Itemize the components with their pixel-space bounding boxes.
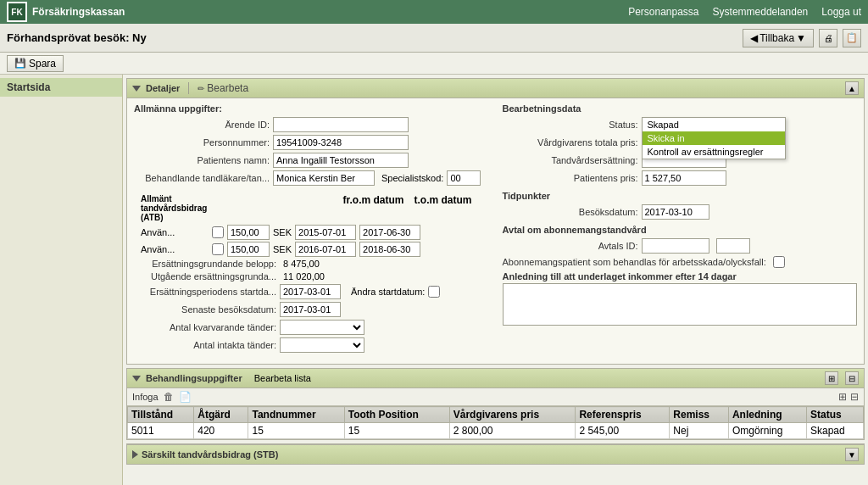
logga-ut-link[interactable]: Logga ut [821, 6, 861, 18]
behandlingsuppgifter-title: Behandlingsuppgifter [146, 373, 242, 383]
sidebar-item-startsida[interactable]: Startsida [0, 78, 122, 97]
specialistskod-label: Specialistskod: [381, 173, 443, 183]
ersgrundande-label: Ersättningsgrundande belopp: [141, 259, 276, 269]
section-collapse-btn[interactable]: ▲ [845, 81, 859, 95]
antal-kvar-row: Antal kvarvarande tänder: [141, 320, 482, 335]
avtals-id-extra[interactable] [716, 238, 750, 254]
atb-tom2[interactable] [359, 242, 420, 257]
personnummer-row: Personnummer: [134, 135, 489, 150]
personanpassa-link[interactable]: Personanpassa [628, 6, 698, 18]
collapse-icon [132, 86, 141, 92]
sidebar: Startsida [0, 75, 123, 485]
col-atgard: Åtgärd [194, 407, 248, 423]
tandvardsersattning-label: Tandvårdsersättning: [503, 155, 638, 165]
senaste-besok-input[interactable] [280, 302, 341, 317]
sidebar-startsida-label: Startsida [7, 81, 50, 93]
antal-intakta-label: Antal intakta tänder: [141, 340, 276, 350]
print-icon[interactable]: 🖨 [819, 29, 837, 47]
utgaende-label: Utgående ersättningsgrunda... [141, 271, 276, 282]
detaljer-panel: Detaljer ✏ Bearbeta ▲ Allmänna uppgifter… [126, 78, 865, 365]
infoga-label[interactable]: Infoga [132, 392, 159, 402]
atb-check2[interactable] [212, 243, 224, 255]
cell-referenspris: 2 545,00 [576, 423, 670, 439]
atb-anvan2: Använ... [141, 244, 209, 254]
arende-input[interactable] [273, 117, 409, 132]
stb-collapse-btn[interactable]: ▼ [845, 448, 859, 461]
stb-panel: Särskilt tandvårdsbidrag (STB) ▼ [126, 443, 865, 465]
andra-startdatum-label: Ändra startdatum: [351, 287, 425, 297]
status-option-skicka[interactable]: Skicka in [643, 131, 785, 145]
systemmeddelanden-link[interactable]: Systemmeddelanden [713, 6, 809, 18]
behandlande-row: Behandlande tandläkare/tan... Specialist… [134, 170, 489, 186]
avtal-title: Avtal om abonnemangstandvård [503, 225, 858, 235]
andra-startdatum-check[interactable] [428, 286, 440, 298]
avtals-id-input[interactable] [642, 238, 709, 254]
col-vardgivarens-pris: Vårdgivarens pris [449, 407, 576, 423]
col-tooth-position: Tooth Position [344, 407, 449, 423]
behandling-action-btn[interactable]: ⊟ [845, 371, 859, 385]
anledning-textarea[interactable] [503, 283, 858, 326]
atb-section: Allmänt tandvårdsbidrag (ATB) fr.o.m dat… [134, 191, 489, 359]
save-button[interactable]: 💾 Spara [7, 55, 64, 72]
atb-amount2[interactable] [227, 242, 270, 257]
patientens-pris-label: Patientens pris: [503, 173, 638, 183]
cell-status: Skapad [807, 423, 864, 439]
cell-atgard: 420 [194, 423, 248, 439]
abonnemang-check[interactable] [773, 256, 785, 268]
export-list-icon[interactable]: 📄 [179, 391, 192, 403]
detaljer-header[interactable]: Detaljer ✏ Bearbeta ▲ [127, 79, 864, 98]
list-right-icons: ⊞ ⊟ [838, 391, 859, 403]
export-icon[interactable]: 📋 [843, 29, 861, 47]
atb-currency1: SEK [273, 227, 292, 237]
copy-icon[interactable]: ⊞ [838, 391, 847, 403]
atb-spacer [229, 194, 303, 222]
table-row[interactable]: 5011 420 15 15 2 800,00 2 545,00 Nej Omg… [128, 423, 864, 439]
bearbetningsdata-title: Bearbetningsdata [503, 103, 858, 114]
table-header-row: Tillstånd Åtgärd Tandnummer Tooth Positi… [128, 407, 864, 423]
refresh-icon[interactable]: ⊟ [850, 391, 859, 403]
atb-from2[interactable] [295, 242, 356, 257]
list-toolbar: Infoga 🗑 📄 ⊞ ⊟ [127, 388, 864, 406]
besoksdatum-input[interactable] [642, 204, 709, 220]
patientens-pris-row: Patientens pris: [503, 170, 858, 186]
ersperiod-label: Ersättningsperiodens startda... [141, 287, 276, 297]
tillbaka-label: Tillbaka [760, 32, 794, 44]
atb-tom-header: t.o.m datum [415, 194, 482, 222]
patientens-namn-input[interactable] [273, 153, 409, 168]
patientens-namn-label: Patientens namn: [134, 155, 270, 165]
stb-header[interactable]: Särskilt tandvårdsbidrag (STB) ▼ [127, 444, 864, 464]
detaljer-content: Allmänna uppgifter: Ärende ID: Personnum… [127, 98, 864, 364]
form-left: Allmänna uppgifter: Ärende ID: Personnum… [134, 103, 489, 359]
bearbeta-link[interactable]: ✏ Bearbeta [198, 82, 248, 94]
col-tandnummer: Tandnummer [248, 407, 344, 423]
behandlingsuppgifter-header[interactable]: Behandlingsuppgifter Bearbeta lista ⊞ ⊟ [127, 369, 864, 388]
atb-from1[interactable] [295, 225, 356, 240]
atb-check1[interactable] [212, 226, 224, 238]
save-label: Spara [29, 58, 56, 70]
antal-kvar-select[interactable] [280, 320, 364, 335]
status-dropdown-container: Skapad Skicka in Kontroll av ersättnings… [642, 117, 786, 132]
status-option-skapad[interactable]: Skapad [643, 118, 785, 131]
personnummer-input[interactable] [273, 135, 409, 150]
patientens-pris-input[interactable] [642, 170, 726, 186]
status-label: Status: [503, 120, 638, 130]
bearbeta-lista-label[interactable]: Bearbeta lista [254, 373, 311, 383]
behandling-collapse-icon [132, 376, 141, 382]
atb-spacer2 [306, 194, 340, 222]
tillbaka-button[interactable]: ◀ Tillbaka ▼ [743, 29, 814, 47]
specialistskod-input[interactable] [447, 170, 481, 186]
atb-amount1[interactable] [227, 225, 270, 240]
behandlande-input[interactable] [273, 170, 375, 186]
divider [188, 82, 189, 94]
senaste-besok-row: Senaste besöksdatum: [141, 302, 482, 317]
main-layout: Startsida Detaljer ✏ Bearbeta ▲ Allmänna… [0, 75, 868, 485]
ersperiod-input[interactable] [280, 284, 341, 299]
form-right: Bearbetningsdata Status: Skapad Skicka i… [503, 103, 858, 359]
status-option-kontroll[interactable]: Kontroll av ersättningsregler [643, 145, 785, 159]
behandling-collapse-btn[interactable]: ⊞ [825, 371, 838, 385]
tillbaka-dropdown-icon[interactable]: ▼ [796, 32, 806, 44]
delete-icon[interactable]: 🗑 [164, 391, 174, 403]
anledning-section: Anledning till att underlaget inkommer e… [503, 271, 858, 328]
atb-tom1[interactable] [359, 225, 420, 240]
antal-intakta-select[interactable] [280, 337, 364, 353]
